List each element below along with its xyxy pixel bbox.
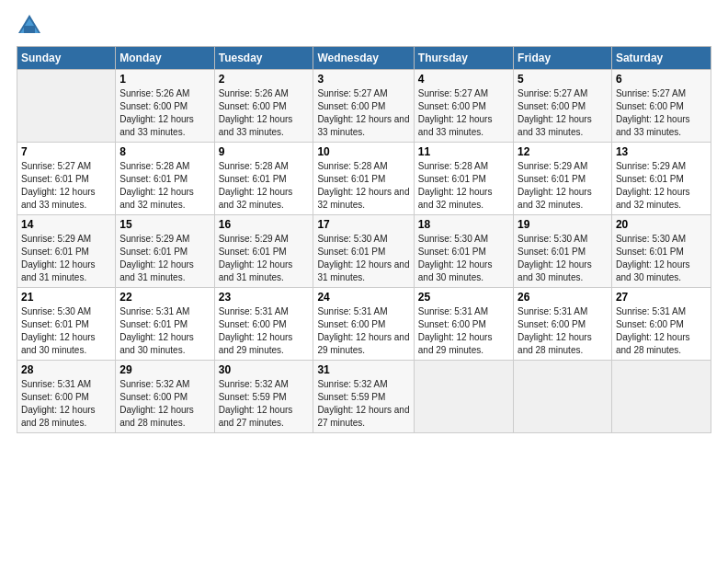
- day-number: 1: [119, 73, 210, 86]
- day-info: Sunrise: 5:31 AMSunset: 6:00 PMDaylight:…: [616, 305, 707, 357]
- day-cell: 4Sunrise: 5:27 AMSunset: 6:00 PMDaylight…: [414, 70, 513, 143]
- day-cell: 1Sunrise: 5:26 AMSunset: 6:00 PMDaylight…: [116, 70, 214, 143]
- day-number: 24: [317, 291, 409, 304]
- day-number: 6: [616, 73, 707, 86]
- day-cell: 3Sunrise: 5:27 AMSunset: 6:00 PMDaylight…: [313, 70, 414, 143]
- day-number: 7: [21, 145, 111, 158]
- day-number: 31: [317, 363, 409, 376]
- svg-rect-2: [24, 26, 35, 33]
- day-info: Sunrise: 5:28 AMSunset: 6:01 PMDaylight:…: [418, 160, 509, 212]
- day-cell: 20Sunrise: 5:30 AMSunset: 6:01 PMDayligh…: [611, 215, 711, 288]
- day-number: 30: [219, 363, 310, 376]
- week-row-5: 28Sunrise: 5:31 AMSunset: 6:00 PMDayligh…: [17, 361, 711, 433]
- header-row: SundayMondayTuesdayWednesdayThursdayFrid…: [17, 47, 711, 70]
- day-info: Sunrise: 5:26 AMSunset: 6:00 PMDaylight:…: [219, 87, 310, 139]
- day-info: Sunrise: 5:27 AMSunset: 6:00 PMDaylight:…: [616, 87, 707, 139]
- week-row-1: 1Sunrise: 5:26 AMSunset: 6:00 PMDaylight…: [17, 70, 711, 143]
- day-number: 15: [119, 218, 210, 231]
- day-cell: 8Sunrise: 5:28 AMSunset: 6:01 PMDaylight…: [116, 143, 214, 215]
- day-cell: [514, 361, 612, 433]
- day-cell: 5Sunrise: 5:27 AMSunset: 6:00 PMDaylight…: [514, 70, 612, 143]
- day-cell: 6Sunrise: 5:27 AMSunset: 6:00 PMDaylight…: [611, 70, 711, 143]
- day-info: Sunrise: 5:32 AMSunset: 5:59 PMDaylight:…: [317, 378, 409, 430]
- day-number: 13: [616, 145, 707, 158]
- day-info: Sunrise: 5:31 AMSunset: 6:00 PMDaylight:…: [418, 305, 509, 357]
- day-info: Sunrise: 5:28 AMSunset: 6:01 PMDaylight:…: [317, 160, 409, 212]
- day-info: Sunrise: 5:28 AMSunset: 6:01 PMDaylight:…: [219, 160, 310, 212]
- day-cell: 30Sunrise: 5:32 AMSunset: 5:59 PMDayligh…: [214, 361, 313, 433]
- day-number: 29: [119, 363, 210, 376]
- day-cell: [414, 361, 513, 433]
- day-cell: [17, 70, 116, 143]
- day-cell: 10Sunrise: 5:28 AMSunset: 6:01 PMDayligh…: [313, 143, 414, 215]
- col-header-thursday: Thursday: [414, 47, 513, 70]
- week-row-4: 21Sunrise: 5:30 AMSunset: 6:01 PMDayligh…: [17, 288, 711, 361]
- day-number: 22: [119, 291, 210, 304]
- day-info: Sunrise: 5:27 AMSunset: 6:00 PMDaylight:…: [418, 87, 509, 139]
- day-info: Sunrise: 5:29 AMSunset: 6:01 PMDaylight:…: [219, 233, 310, 284]
- day-cell: 15Sunrise: 5:29 AMSunset: 6:01 PMDayligh…: [116, 215, 214, 288]
- day-info: Sunrise: 5:30 AMSunset: 6:01 PMDaylight:…: [317, 233, 409, 284]
- day-cell: 26Sunrise: 5:31 AMSunset: 6:00 PMDayligh…: [514, 288, 612, 361]
- week-row-2: 7Sunrise: 5:27 AMSunset: 6:01 PMDaylight…: [17, 143, 711, 215]
- day-number: 12: [518, 145, 608, 158]
- day-number: 3: [317, 73, 409, 86]
- day-number: 2: [219, 73, 310, 86]
- day-cell: 13Sunrise: 5:29 AMSunset: 6:01 PMDayligh…: [611, 143, 711, 215]
- day-number: 25: [418, 291, 509, 304]
- day-cell: 25Sunrise: 5:31 AMSunset: 6:00 PMDayligh…: [414, 288, 513, 361]
- day-number: 23: [219, 291, 310, 304]
- day-cell: 29Sunrise: 5:32 AMSunset: 6:00 PMDayligh…: [116, 361, 214, 433]
- day-number: 16: [219, 218, 310, 231]
- calendar-table: SundayMondayTuesdayWednesdayThursdayFrid…: [17, 46, 711, 433]
- col-header-saturday: Saturday: [611, 47, 711, 70]
- day-info: Sunrise: 5:29 AMSunset: 6:01 PMDaylight:…: [616, 160, 707, 212]
- day-number: 11: [418, 145, 509, 158]
- day-cell: [611, 361, 711, 433]
- col-header-wednesday: Wednesday: [313, 47, 414, 70]
- day-number: 4: [418, 73, 509, 86]
- day-info: Sunrise: 5:26 AMSunset: 6:00 PMDaylight:…: [119, 87, 210, 139]
- day-number: 20: [616, 218, 707, 231]
- day-number: 17: [317, 218, 409, 231]
- day-cell: 12Sunrise: 5:29 AMSunset: 6:01 PMDayligh…: [514, 143, 612, 215]
- day-cell: 16Sunrise: 5:29 AMSunset: 6:01 PMDayligh…: [214, 215, 313, 288]
- day-cell: 23Sunrise: 5:31 AMSunset: 6:00 PMDayligh…: [214, 288, 313, 361]
- col-header-tuesday: Tuesday: [214, 47, 313, 70]
- col-header-monday: Monday: [116, 47, 214, 70]
- day-info: Sunrise: 5:32 AMSunset: 5:59 PMDaylight:…: [219, 378, 310, 430]
- day-info: Sunrise: 5:30 AMSunset: 6:01 PMDaylight:…: [21, 305, 111, 357]
- day-number: 19: [518, 218, 608, 231]
- day-number: 8: [119, 145, 210, 158]
- day-cell: 21Sunrise: 5:30 AMSunset: 6:01 PMDayligh…: [17, 288, 116, 361]
- day-cell: 22Sunrise: 5:31 AMSunset: 6:01 PMDayligh…: [116, 288, 214, 361]
- logo-icon: [17, 13, 42, 39]
- day-number: 28: [21, 363, 111, 376]
- header: [17, 9, 711, 40]
- day-number: 18: [418, 218, 509, 231]
- day-cell: 17Sunrise: 5:30 AMSunset: 6:01 PMDayligh…: [313, 215, 414, 288]
- day-cell: 7Sunrise: 5:27 AMSunset: 6:01 PMDaylight…: [17, 143, 116, 215]
- day-info: Sunrise: 5:31 AMSunset: 6:01 PMDaylight:…: [119, 305, 210, 357]
- day-info: Sunrise: 5:31 AMSunset: 6:00 PMDaylight:…: [21, 378, 111, 430]
- day-cell: 14Sunrise: 5:29 AMSunset: 6:01 PMDayligh…: [17, 215, 116, 288]
- day-cell: 31Sunrise: 5:32 AMSunset: 5:59 PMDayligh…: [313, 361, 414, 433]
- day-info: Sunrise: 5:31 AMSunset: 6:00 PMDaylight:…: [219, 305, 310, 357]
- logo: [17, 15, 46, 40]
- day-info: Sunrise: 5:30 AMSunset: 6:01 PMDaylight:…: [418, 233, 509, 284]
- day-number: 26: [518, 291, 608, 304]
- day-cell: 11Sunrise: 5:28 AMSunset: 6:01 PMDayligh…: [414, 143, 513, 215]
- col-header-friday: Friday: [514, 47, 612, 70]
- day-cell: 2Sunrise: 5:26 AMSunset: 6:00 PMDaylight…: [214, 70, 313, 143]
- day-info: Sunrise: 5:27 AMSunset: 6:00 PMDaylight:…: [317, 87, 409, 139]
- week-row-3: 14Sunrise: 5:29 AMSunset: 6:01 PMDayligh…: [17, 215, 711, 288]
- day-cell: 24Sunrise: 5:31 AMSunset: 6:00 PMDayligh…: [313, 288, 414, 361]
- day-number: 14: [21, 218, 111, 231]
- day-info: Sunrise: 5:30 AMSunset: 6:01 PMDaylight:…: [518, 233, 608, 284]
- day-cell: 19Sunrise: 5:30 AMSunset: 6:01 PMDayligh…: [514, 215, 612, 288]
- day-number: 27: [616, 291, 707, 304]
- day-cell: 28Sunrise: 5:31 AMSunset: 6:00 PMDayligh…: [17, 361, 116, 433]
- day-info: Sunrise: 5:29 AMSunset: 6:01 PMDaylight:…: [119, 233, 210, 284]
- page: SundayMondayTuesdayWednesdayThursdayFrid…: [0, 0, 728, 450]
- day-cell: 27Sunrise: 5:31 AMSunset: 6:00 PMDayligh…: [611, 288, 711, 361]
